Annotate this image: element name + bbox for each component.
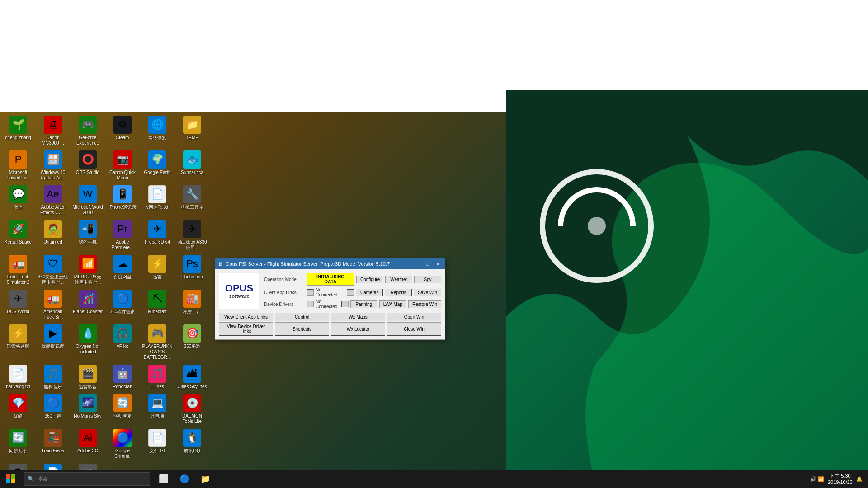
start-button[interactable] (0, 470, 22, 488)
close-win-button[interactable]: Close Win (387, 322, 441, 336)
desktop-icon-vpilot[interactable]: 🎧vPilot (106, 323, 139, 362)
desktop-icon-obs-studio[interactable]: ⭕OBS Studio (71, 149, 104, 183)
desktop-icon-chengzhang[interactable]: 🌱cheng zhang (2, 114, 34, 148)
weather-button[interactable]: Weather (385, 276, 412, 283)
desktop-icon-steam[interactable]: ⚙Steam (106, 114, 139, 148)
desktop-icon-mercury[interactable]: 📶MERCURY无线网卡客户... (71, 253, 104, 287)
save-win-button[interactable]: Save Win (414, 289, 441, 296)
reports-button[interactable]: Reports (385, 289, 412, 296)
desktop-icon-planet-coaster[interactable]: 🎢Planet Coaster (71, 288, 104, 322)
taskbar-right: 🔊 📶 下午 5:30 2019/10/23 🔔 (810, 473, 868, 486)
desktop-icon-google-chrome[interactable]: 🔵Google Chrome (106, 427, 139, 461)
icon-label-google-chrome: Google Chrome (107, 448, 138, 459)
desktop-icon-xunlei-speed[interactable]: ⚡迅雷极速版 (2, 323, 34, 362)
desktop-icon-qqmusic[interactable]: 🎵酷狗音乐 (37, 363, 69, 391)
desktop-icon-qq-penguin[interactable]: 🐧腾讯QQ (176, 427, 208, 461)
desktop-icon-no-mans-sky[interactable]: 🌌No Man's Sky (71, 392, 104, 426)
wx-locator-button[interactable]: Wx Locator (331, 322, 385, 336)
desktop-icon-youku[interactable]: ▶优酷影视库 (37, 323, 69, 362)
desktop-icon-this-pc[interactable]: 💻此电脑 (141, 392, 174, 426)
minimize-button[interactable]: ─ (413, 260, 422, 267)
desktop-icon-recover[interactable]: 🔄驱动恢复 (106, 392, 139, 426)
taskbar-edge[interactable]: 🔵 (175, 470, 194, 488)
desktop-icon-google-earth[interactable]: 🌍Google Earth (141, 149, 174, 183)
icon-label-subnautica: Subnautica (181, 170, 203, 175)
taskbar-notifications[interactable]: 🔔 (856, 476, 863, 482)
desktop-icon-canon-mg3000[interactable]: 🖨Canon MG3000 ... (37, 114, 69, 148)
desktop-icon-pubg[interactable]: 🎮PLAYERUNKNOWN'S BATTLEGR... (141, 323, 174, 362)
desktop-icon-dcs-world[interactable]: ✈DCS World (2, 288, 34, 322)
device-indicator (307, 301, 314, 307)
desktop-icon-xunlei-player[interactable]: 🎬迅雷影音 (71, 363, 104, 391)
desktop-icon-temp[interactable]: 📁TEMP (176, 114, 208, 148)
configure-button[interactable]: Configure (356, 276, 383, 283)
desktop-icon-network-repair[interactable]: 🌐网络修复 (141, 114, 174, 148)
desktop-icon-360-yuanjing[interactable]: 🔵360玉镜 (37, 392, 69, 426)
desktop-icon-minecraft[interactable]: ⛏Minecraft (141, 288, 174, 322)
desktop-icon-american-truck[interactable]: 🚛American Truck Si... (37, 288, 69, 322)
taskbar-clock[interactable]: 下午 5:30 2019/10/23 (828, 473, 853, 486)
desktop-icon-prepar3d-v4[interactable]: ✈Prepar3D v4 (141, 218, 174, 252)
desktop-icon-my-phone[interactable]: 📲我的手机 (71, 218, 104, 252)
desktop-icon-adobe-cc[interactable]: AiAdobe CC (71, 427, 104, 461)
desktop-icon-sync-helper[interactable]: 🔄同步助手 (2, 427, 34, 461)
view-device-driver-links-button[interactable]: View Device Driver Links (219, 322, 273, 336)
icon-image-photoshop: Ps (183, 255, 201, 273)
desktop-icon-cities-skylines[interactable]: 🏙Cities Skylines (176, 363, 208, 391)
desktop-icon-ms-word-2010[interactable]: WMicrosoft Word 2010 (71, 183, 104, 217)
shortcuts-button[interactable]: Shortcuts (275, 322, 329, 336)
initialising-data-button[interactable]: INITIALISING DATA (307, 273, 354, 286)
desktop-icon-thunder[interactable]: ⚡迅雷 (141, 253, 174, 287)
desktop-icon-kerbal-space[interactable]: 🚀Kerbal Space ... (2, 218, 34, 252)
desktop-icon-wechat[interactable]: 💬微信 (2, 183, 34, 217)
desktop-icon-itunes[interactable]: 🎵iTunes (141, 363, 174, 391)
desktop-icon-adobe-premiere[interactable]: PrAdobe Premiere... (106, 218, 139, 252)
window-title: Opus FSI Server - Flight Simulator Serve… (226, 261, 390, 267)
icon-image-360-yuanjing: 🔵 (44, 394, 62, 412)
view-client-app-links-button[interactable]: View Client App Links (219, 313, 273, 321)
desktop-icon-jizhi-craft[interactable]: 🏭积智工厂 (176, 288, 208, 322)
panning-button[interactable]: Panning (350, 300, 377, 308)
desktop-icon-daemon-tools[interactable]: 💿DAEMON Tools Lite (176, 392, 208, 426)
control-button[interactable]: Control (275, 313, 329, 321)
opus-fsi-window[interactable]: 🖥 Opus FSI Server - Flight Simulator Ser… (215, 258, 445, 340)
desktop-icon-file-txt[interactable]: 📄文件.txt (141, 427, 174, 461)
desktop-icon-canon-quick-menu[interactable]: 📷Canon Quick Menu (106, 149, 139, 183)
window-controls[interactable]: ─ □ ✕ (413, 260, 442, 267)
desktop-icon-win10-update[interactable]: 🪟Windows 10 Update As... (37, 149, 69, 183)
bottom-row-2: View Device Driver Links Shortcuts Wx Lo… (219, 322, 441, 336)
spy-button[interactable]: Spy (414, 276, 441, 283)
cameras-button[interactable]: Cameras (356, 289, 383, 296)
desktop-icon-photoshop[interactable]: PsPhotoshop (176, 253, 208, 287)
desktop-icon-blackbox-a330[interactable]: ✈blackbox A330使用... (176, 218, 208, 252)
desktop-icon-baidu-net[interactable]: ☁百度网盘 (106, 253, 139, 287)
icon-label-360-security: 360安全卫士线网卡客户... (38, 274, 68, 285)
desktop-icon-lucky[interactable]: 💎优酷 (2, 392, 34, 426)
desktop-icon-robocraft[interactable]: 🤖Robocraft (106, 363, 139, 391)
desktop-icon-v-net[interactable]: 📄v网连飞.txt (141, 183, 174, 217)
taskbar-taskview[interactable]: ⬜ (154, 470, 174, 488)
restore-win-button[interactable]: Restore Win (408, 300, 441, 308)
desktop-icon-ms-powerpoint[interactable]: PMicrosoft PowerPoi... (2, 149, 34, 183)
desktop-icon-adobe-ae[interactable]: AeAdobe After Effects CC... (37, 183, 69, 217)
taskbar-search[interactable]: 🔍 搜索 (24, 472, 150, 486)
desktop-icon-unturned[interactable]: 🧟Unturned (37, 218, 69, 252)
icon-image-wechat: 💬 (9, 185, 27, 203)
taskbar-explorer[interactable]: 📁 (195, 470, 215, 488)
desktop-icon-360-security[interactable]: 🛡360安全卫士线网卡客户... (37, 253, 69, 287)
desktop-icon-360-game[interactable]: 🎯360乐游 (176, 323, 208, 362)
desktop-icon-oxygen-not-included[interactable]: 💧Oxygen Not Included (71, 323, 104, 362)
restore-button[interactable]: □ (423, 260, 432, 267)
close-button[interactable]: ✕ (433, 260, 442, 267)
desktop-icon-mechanic-tools[interactable]: 🔧机械工具箱 (176, 183, 208, 217)
desktop-icon-subnautica[interactable]: 🐟Subnautica (176, 149, 208, 183)
wx-maps-button[interactable]: Wx Maps (331, 313, 385, 321)
open-win-button[interactable]: Open Win (387, 313, 441, 321)
desktop-icon-train-fever[interactable]: 🚂Train Fever (37, 427, 69, 461)
desktop-icon-nativelog[interactable]: 📄nativelog.txt (2, 363, 34, 391)
desktop-icon-euro-truck-2[interactable]: 🚛Euro Truck Simulator 2 (2, 253, 34, 287)
lwa-map-button[interactable]: LWA Map (379, 300, 406, 308)
desktop-icon-geforce-experience[interactable]: 🎮GeForce Experience (71, 114, 104, 148)
desktop-icon-iphone-connect[interactable]: 📱iPhone通讯录 (106, 183, 139, 217)
desktop-icon-360-software[interactable]: 🔵360软件管家 (106, 288, 139, 322)
